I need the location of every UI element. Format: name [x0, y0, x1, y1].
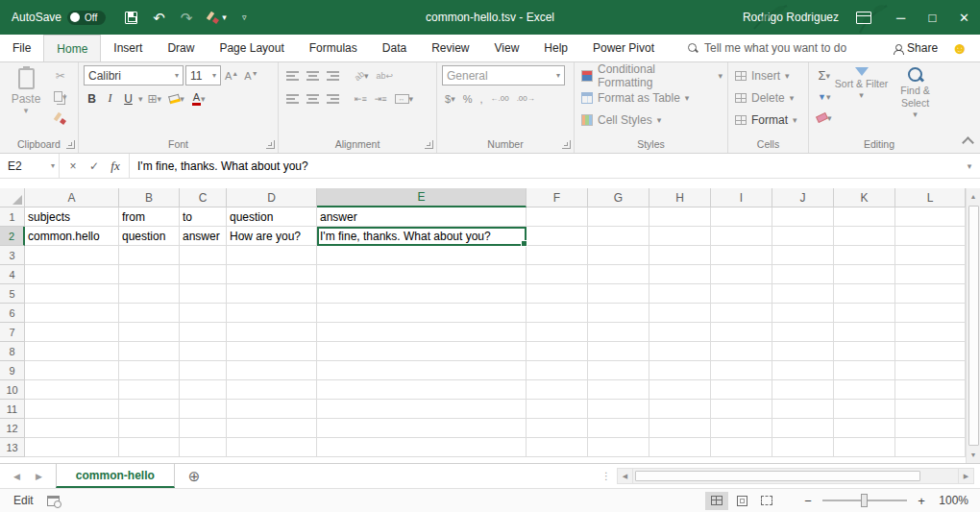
undo-icon[interactable]: ↶	[153, 11, 165, 25]
cell-G5[interactable]	[588, 284, 649, 304]
cell-E7[interactable]	[317, 323, 527, 342]
row-header-10[interactable]: 10	[0, 380, 25, 400]
column-header-J[interactable]: J	[772, 188, 834, 207]
cell-L7[interactable]	[895, 323, 966, 342]
formula-input[interactable]: I'm fine, thanks. What about you?	[130, 154, 959, 178]
column-header-G[interactable]: G	[588, 188, 649, 207]
cell-F11[interactable]	[527, 400, 588, 419]
cell-H1[interactable]	[649, 207, 711, 227]
next-sheet-icon[interactable]: ▶	[36, 472, 42, 481]
cell-K3[interactable]	[834, 246, 895, 265]
cell-B6[interactable]	[119, 304, 180, 323]
row-header-6[interactable]: 6	[0, 304, 25, 323]
cell-A1[interactable]: subjects	[25, 207, 119, 227]
cell-G10[interactable]	[588, 380, 649, 400]
column-header-A[interactable]: A	[25, 188, 119, 207]
cell-styles-button[interactable]: Cell Styles ▾	[579, 110, 723, 130]
cell-E10[interactable]	[317, 380, 527, 400]
tab-insert[interactable]: Insert	[101, 35, 155, 61]
tab-help[interactable]: Help	[531, 35, 580, 61]
row-header-8[interactable]: 8	[0, 342, 25, 361]
cell-K9[interactable]	[834, 361, 895, 380]
cell-D1[interactable]: question	[227, 207, 317, 227]
cell-B7[interactable]	[119, 323, 180, 342]
cell-I8[interactable]	[711, 342, 772, 361]
select-all-corner[interactable]	[0, 188, 25, 207]
cell-D12[interactable]	[227, 419, 317, 438]
format-painter-icon[interactable]	[51, 108, 70, 128]
tab-page-layout[interactable]: Page Layout	[207, 35, 296, 61]
cancel-entry-icon[interactable]: ×	[63, 157, 83, 176]
underline-button[interactable]: U	[120, 89, 136, 109]
align-right-icon[interactable]	[324, 88, 342, 109]
autosum-button[interactable]: Σ▾	[814, 65, 835, 85]
align-bottom-icon[interactable]	[324, 65, 342, 85]
zoom-out-icon[interactable]: −	[801, 494, 815, 508]
cell-H11[interactable]	[649, 400, 711, 419]
cell-K12[interactable]	[834, 419, 895, 438]
cell-C9[interactable]	[180, 361, 227, 380]
cell-L12[interactable]	[895, 419, 966, 438]
cell-C3[interactable]	[180, 246, 227, 265]
column-header-H[interactable]: H	[649, 188, 711, 207]
macro-record-icon[interactable]	[47, 496, 60, 506]
cell-C11[interactable]	[180, 400, 227, 419]
cell-L11[interactable]	[895, 400, 966, 419]
cell-C6[interactable]	[180, 304, 227, 323]
cell-L4[interactable]	[895, 265, 966, 284]
decrease-font-size-icon[interactable]: A▼	[242, 70, 259, 82]
redo-icon[interactable]: ↷	[181, 11, 193, 25]
alignment-dialog-launcher-icon[interactable]	[425, 140, 433, 149]
cell-G9[interactable]	[588, 361, 649, 380]
cell-L5[interactable]	[895, 284, 966, 304]
cell-B11[interactable]	[119, 400, 180, 419]
cell-E3[interactable]	[317, 246, 527, 265]
cell-B9[interactable]	[119, 361, 180, 380]
cell-G8[interactable]	[588, 342, 649, 361]
cell-C10[interactable]	[180, 380, 227, 400]
tab-splitter-icon[interactable]: ⋮	[596, 464, 617, 488]
cell-J2[interactable]	[772, 227, 834, 246]
zoom-slider[interactable]	[822, 500, 907, 501]
tab-file[interactable]: File	[0, 35, 43, 61]
expand-formula-bar-icon[interactable]: ▾	[959, 154, 980, 178]
cell-E5[interactable]	[317, 284, 527, 304]
cell-B8[interactable]	[119, 342, 180, 361]
cell-J6[interactable]	[772, 304, 834, 323]
cell-B10[interactable]	[119, 380, 180, 400]
cell-B2[interactable]: question	[119, 227, 180, 246]
column-header-K[interactable]: K	[834, 188, 895, 207]
column-header-B[interactable]: B	[119, 188, 180, 207]
cell-L6[interactable]	[895, 304, 966, 323]
cell-G13[interactable]	[588, 438, 649, 457]
column-header-C[interactable]: C	[180, 188, 227, 207]
cell-H5[interactable]	[649, 284, 711, 304]
zoom-in-icon[interactable]: +	[915, 494, 928, 508]
cell-D4[interactable]	[227, 265, 317, 284]
borders-icon[interactable]: ⊞▾	[145, 88, 165, 109]
new-sheet-icon[interactable]: ⊕	[175, 464, 214, 488]
cell-A7[interactable]	[25, 323, 119, 342]
cell-A2[interactable]: common.hello	[25, 227, 119, 246]
zoom-level[interactable]: 100%	[936, 494, 968, 507]
cell-J11[interactable]	[772, 400, 834, 419]
column-header-L[interactable]: L	[895, 188, 966, 207]
tab-view[interactable]: View	[482, 35, 532, 61]
cell-E6[interactable]	[317, 304, 527, 323]
previous-sheet-icon[interactable]: ◀	[13, 472, 20, 481]
horizontal-scrollbar[interactable]: ◀ ▶	[617, 464, 974, 488]
account-user-name[interactable]: Rodrigo Rodriguez	[743, 11, 839, 24]
cell-F7[interactable]	[527, 323, 588, 342]
row-header-1[interactable]: 1	[0, 207, 25, 227]
cell-I10[interactable]	[711, 380, 772, 400]
cell-L1[interactable]	[895, 207, 966, 227]
bold-button[interactable]: B	[84, 89, 100, 109]
cell-D9[interactable]	[227, 361, 317, 380]
row-header-4[interactable]: 4	[0, 265, 25, 284]
cell-L2[interactable]	[895, 227, 966, 246]
row-header-12[interactable]: 12	[0, 419, 25, 438]
scroll-right-icon[interactable]: ▶	[958, 468, 974, 484]
ribbon-display-options-icon[interactable]	[856, 12, 871, 24]
cell-E4[interactable]	[317, 265, 527, 284]
cell-C2[interactable]: answer	[180, 227, 227, 246]
